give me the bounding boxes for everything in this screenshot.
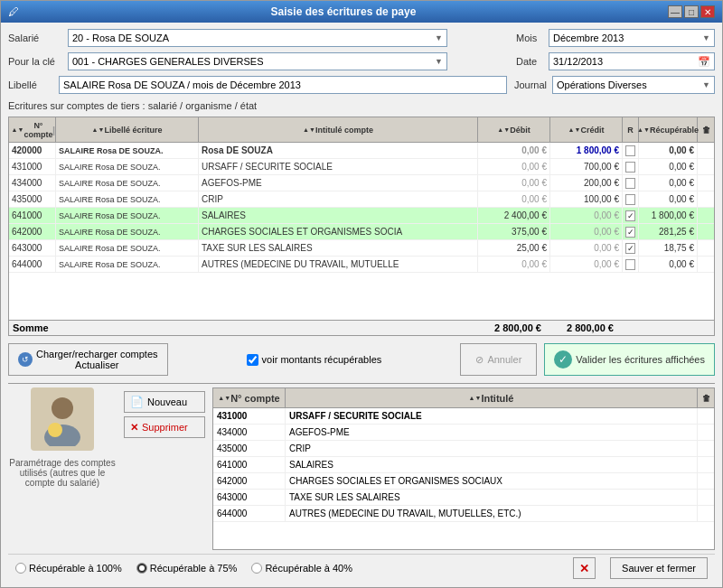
minimize-button[interactable]: —	[668, 5, 682, 18]
pourlaclé-value: 001 - CHARGES GENERALES DIVERSES	[72, 56, 264, 67]
lower-th-num[interactable]: ▲▼ N° compte	[213, 388, 286, 407]
table-row[interactable]: 644000 SALAIRE Rosa DE SOUZA. AUTRES (ME…	[9, 257, 714, 273]
td-r-5[interactable]	[623, 224, 639, 239]
journal-combo[interactable]: Opérations Diverses ▼	[552, 76, 715, 94]
journal-label: Journal	[514, 79, 547, 90]
td-credit-1: 700,00 €	[550, 159, 623, 174]
voir-montants-label: voir montants récupérables	[262, 354, 382, 365]
th-num-compte[interactable]: ▲▼ N° compte |	[9, 117, 56, 142]
libelle-input[interactable]: SALAIRE Rosa DE SOUZA / mois de Décembre…	[59, 76, 507, 94]
th-recuperable[interactable]: ▲▼ Récupérable	[639, 117, 698, 142]
lower-td-intitule-5: TAXE SUR LES SALAIRES	[286, 490, 698, 505]
td-r-6[interactable]	[623, 240, 639, 256]
lower-td-num-6: 644000	[213, 506, 286, 521]
th-credit[interactable]: ▲▼ Crédit	[550, 117, 623, 142]
th-debit[interactable]: ▲▼ Débit	[478, 117, 550, 142]
td-r-2[interactable]	[623, 175, 639, 191]
date-input[interactable]: 31/12/2013 📅	[549, 52, 715, 70]
lower-td-num-2: 435000	[213, 441, 286, 456]
valider-button[interactable]: ✓ Valider les écritures affichées	[544, 343, 715, 376]
table-row[interactable]: 431000 SALAIRE Rosa DE SOUZA. URSAFF / S…	[9, 159, 714, 175]
salarie-label: Salarié	[8, 33, 62, 43]
r-checkbox-1[interactable]	[625, 162, 635, 173]
nouveau-button[interactable]: 📄 Nouveau	[124, 391, 205, 413]
r-checkbox-6[interactable]	[625, 243, 635, 254]
lower-td-del-3	[698, 457, 714, 472]
radio-100[interactable]	[15, 563, 26, 574]
maximize-button[interactable]: □	[684, 5, 699, 18]
r-checkbox-5[interactable]	[625, 227, 635, 238]
supprimer-icon: ✕	[130, 422, 138, 434]
td-del-0	[698, 143, 714, 158]
table-row[interactable]: 434000 SALAIRE Rosa DE SOUZA. AGEFOS-PME…	[9, 175, 714, 191]
supprimer-button[interactable]: ✕ Supprimer	[124, 416, 205, 438]
list-item[interactable]: 434000 AGEFOS-PME	[213, 425, 714, 441]
avatar	[31, 387, 94, 451]
td-r-4[interactable]	[623, 208, 639, 223]
salarie-combo[interactable]: 20 - Rosa DE SOUZA ▼	[68, 29, 447, 47]
radio-40[interactable]	[251, 563, 262, 574]
list-item[interactable]: 644000 AUTRES (MEDECINE DU TRAVAIL, MUTU…	[213, 506, 714, 522]
td-r-3[interactable]	[623, 191, 639, 207]
table-row[interactable]: 641000 SALAIRE Rosa DE SOUZA. SALAIRES 2…	[9, 208, 714, 224]
td-debit-0: 0,00 €	[478, 143, 550, 158]
mois-combo[interactable]: Décembre 2013 ▼	[549, 29, 715, 47]
charger-button[interactable]: ↺ Charger/recharger comptes Actualiser	[8, 343, 168, 376]
td-libelle-2: SALAIRE Rosa DE SOUZA.	[56, 175, 199, 191]
lower-td-intitule-4: CHARGES SOCIALES ET ORGANISMES SOCIAUX	[286, 473, 698, 489]
lower-td-num-1: 434000	[213, 425, 286, 440]
th-debit-sort: ▲▼	[497, 126, 510, 133]
radio-75[interactable]	[136, 563, 147, 574]
close-x-button[interactable]: ✕	[573, 557, 596, 579]
libelle-label: Libellé	[8, 79, 53, 90]
td-num-0: 420000	[9, 143, 56, 158]
delete-header-icon: 🗑	[702, 126, 710, 135]
r-checkbox-4[interactable]	[625, 210, 635, 221]
voir-montants-checkbox[interactable]	[247, 354, 258, 366]
close-button[interactable]: ✕	[700, 5, 715, 18]
lower-td-del-0	[698, 408, 714, 424]
window-icon: 🖊	[8, 5, 19, 18]
td-r-0[interactable]	[623, 143, 639, 158]
window-title: Saisie des écritures de paye	[19, 5, 668, 18]
table-row[interactable]: 420000 SALAIRE Rosa DE SOUZA. Rosa DE SO…	[9, 143, 714, 159]
list-item[interactable]: 431000 URSAFF / SECURITE SOCIALE	[213, 408, 714, 425]
td-del-1	[698, 159, 714, 174]
td-r-1[interactable]	[623, 159, 639, 174]
th-intitule[interactable]: ▲▼ Intitulé compte	[199, 117, 478, 142]
avatar-panel: Paramétrage des comptes utilisés (autres…	[8, 387, 117, 550]
pourlaclé-combo[interactable]: 001 - CHARGES GENERALES DIVERSES ▼	[68, 52, 447, 70]
td-libelle-6: SALAIRE Rosa DE SOUZA.	[56, 240, 199, 256]
td-num-1: 431000	[9, 159, 56, 174]
table-row[interactable]: 435000 SALAIRE Rosa DE SOUZA. CRIP 0,00 …	[9, 191, 714, 208]
list-item[interactable]: 642000 CHARGES SOCIALES ET ORGANISMES SO…	[213, 473, 714, 490]
voir-montants: voir montants récupérables	[175, 354, 454, 366]
lower-th-intitule[interactable]: ▲▼ Intitulé	[286, 388, 698, 407]
list-item[interactable]: 641000 SALAIRES	[213, 457, 714, 473]
td-debit-6: 25,00 €	[478, 240, 550, 256]
td-recup-3: 0,00 €	[639, 191, 698, 207]
td-recup-1: 0,00 €	[639, 159, 698, 174]
r-checkbox-0[interactable]	[625, 145, 635, 156]
lower-td-num-5: 643000	[213, 490, 286, 505]
td-intitule-7: AUTRES (MEDECINE DU TRAVAIL, MUTUELLE	[199, 257, 478, 272]
r-checkbox-3[interactable]	[625, 194, 635, 205]
date-calendar-icon[interactable]: 📅	[698, 56, 710, 68]
r-checkbox-2[interactable]	[625, 178, 635, 189]
td-r-7[interactable]	[623, 257, 639, 272]
date-label: Date	[516, 56, 543, 67]
td-recup-5: 281,25 €	[639, 224, 698, 239]
table-row[interactable]: 643000 SALAIRE Rosa DE SOUZA. TAXE SUR L…	[9, 240, 714, 257]
save-button[interactable]: Sauver et fermer	[610, 557, 708, 579]
list-item[interactable]: 435000 CRIP	[213, 441, 714, 457]
svg-point-2	[48, 423, 62, 437]
lower-td-intitule-3: SALAIRES	[286, 457, 698, 472]
th-libelle[interactable]: ▲▼ Libellé écriture	[56, 117, 199, 142]
radio-item-75: Récupérable à 75%	[136, 563, 238, 574]
r-checkbox-7[interactable]	[625, 259, 635, 270]
td-intitule-3: CRIP	[199, 191, 478, 207]
salarie-arrow-icon: ▼	[435, 33, 443, 42]
annuler-button[interactable]: ⊘ Annuler	[460, 343, 537, 376]
list-item[interactable]: 643000 TAXE SUR LES SALAIRES	[213, 490, 714, 506]
table-row[interactable]: 642000 SALAIRE Rosa DE SOUZA. CHARGES SO…	[9, 224, 714, 240]
